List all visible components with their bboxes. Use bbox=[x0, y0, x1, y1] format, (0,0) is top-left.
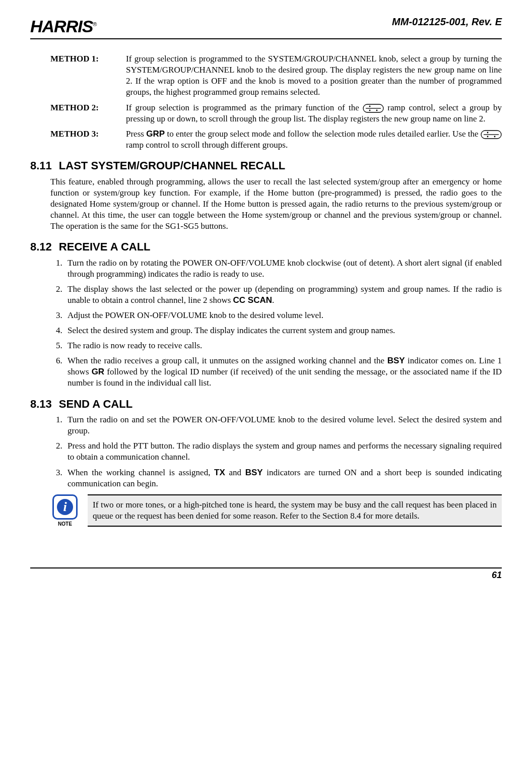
page-number: 61 bbox=[492, 570, 502, 580]
method-list: METHOD 1: If group selection is programm… bbox=[50, 53, 502, 151]
method-label: METHOD 2: bbox=[50, 102, 126, 124]
brand-text: HARRIS bbox=[30, 17, 93, 36]
text-fragment: and bbox=[225, 468, 245, 477]
indicator: BSY bbox=[245, 468, 263, 477]
method-label: METHOD 1: bbox=[50, 53, 126, 98]
list-item: Press and hold the PTT button. The radio… bbox=[64, 440, 502, 463]
text-fragment: When the working channel is assigned, bbox=[68, 468, 214, 477]
svg-point-2 bbox=[369, 105, 371, 107]
page-footer: 61 bbox=[30, 567, 502, 581]
svg-point-8 bbox=[487, 136, 489, 137]
text-fragment: followed by the logical ID number (if re… bbox=[68, 367, 502, 388]
method-text: If group selection is programmed to the … bbox=[126, 53, 502, 98]
section-title: LAST SYSTEM/GROUP/CHANNEL RECALL bbox=[59, 159, 285, 173]
text-fragment: . bbox=[272, 295, 274, 305]
ramp-control-icon bbox=[481, 130, 502, 139]
svg-point-7 bbox=[487, 132, 489, 133]
note-label: NOTE bbox=[50, 521, 80, 527]
svg-point-9 bbox=[494, 136, 496, 137]
document-id: MM-012125-001, Rev. E bbox=[392, 15, 502, 28]
method-row: METHOD 3: Press GRP to enter the group s… bbox=[50, 129, 502, 151]
text-fragment: Press bbox=[126, 129, 146, 139]
text-fragment: to enter the group select mode and follo… bbox=[165, 129, 481, 139]
svg-point-3 bbox=[369, 109, 371, 111]
section-number: 8.13 bbox=[30, 397, 52, 412]
svg-point-4 bbox=[376, 109, 378, 111]
note-block: i NOTE If two or more tones, or a high-p… bbox=[50, 494, 502, 527]
list-item: The radio is now ready to receive calls. bbox=[64, 340, 502, 351]
display-text: CC SCAN bbox=[233, 295, 272, 305]
list-item: The display shows the last selected or t… bbox=[64, 284, 502, 306]
section-heading: 8.11 LAST SYSTEM/GROUP/CHANNEL RECALL bbox=[30, 159, 502, 173]
section-heading: 8.13 SEND A CALL bbox=[30, 397, 502, 412]
method-row: METHOD 1: If group selection is programm… bbox=[50, 53, 502, 98]
text-fragment: When the radio receives a group call, it… bbox=[68, 356, 387, 365]
list-item: Adjust the POWER ON-OFF/VOLUME knob to t… bbox=[64, 310, 502, 321]
send-call-steps: Turn the radio on and set the POWER ON-O… bbox=[50, 414, 502, 489]
indicator: TX bbox=[214, 468, 225, 477]
text-fragment: ramp control to scroll through different… bbox=[126, 140, 288, 150]
list-item: Turn the radio on by rotating the POWER … bbox=[64, 258, 502, 280]
method-text: If group selection is programmed as the … bbox=[126, 102, 502, 124]
receive-call-steps: Turn the radio on by rotating the POWER … bbox=[50, 258, 502, 389]
list-item: When the radio receives a group call, it… bbox=[64, 355, 502, 389]
method-label: METHOD 3: bbox=[50, 129, 126, 151]
section-title: SEND A CALL bbox=[59, 397, 132, 412]
section-title: RECEIVE A CALL bbox=[59, 240, 151, 255]
list-item: Select the desired system and group. The… bbox=[64, 325, 502, 336]
key-label: GRP bbox=[146, 129, 165, 139]
brand-logo: HARRIS® bbox=[30, 15, 96, 37]
note-text: If two or more tones, or a high-pitched … bbox=[88, 494, 502, 527]
section-paragraph: This feature, enabled through programmin… bbox=[50, 176, 502, 232]
list-item: When the working channel is assigned, TX… bbox=[64, 467, 502, 489]
text-fragment: The display shows the last selected or t… bbox=[68, 284, 502, 305]
page-header: HARRIS® MM-012125-001, Rev. E bbox=[30, 15, 502, 39]
section-number: 8.11 bbox=[30, 159, 52, 173]
text-fragment: If group selection is programmed as the … bbox=[126, 103, 363, 112]
method-row: METHOD 2: If group selection is programm… bbox=[50, 102, 502, 124]
indicator: BSY bbox=[387, 356, 405, 365]
method-text: Press GRP to enter the group select mode… bbox=[126, 129, 502, 151]
info-icon: i bbox=[52, 494, 78, 520]
registered-mark: ® bbox=[93, 21, 96, 27]
info-icon-glyph: i bbox=[57, 499, 73, 515]
list-item: Turn the radio on and set the POWER ON-O… bbox=[64, 414, 502, 436]
section-number: 8.12 bbox=[30, 240, 52, 255]
indicator: GR bbox=[92, 367, 105, 376]
note-icon-container: i NOTE bbox=[50, 494, 80, 527]
section-heading: 8.12 RECEIVE A CALL bbox=[30, 240, 502, 255]
ramp-control-icon bbox=[363, 104, 384, 113]
